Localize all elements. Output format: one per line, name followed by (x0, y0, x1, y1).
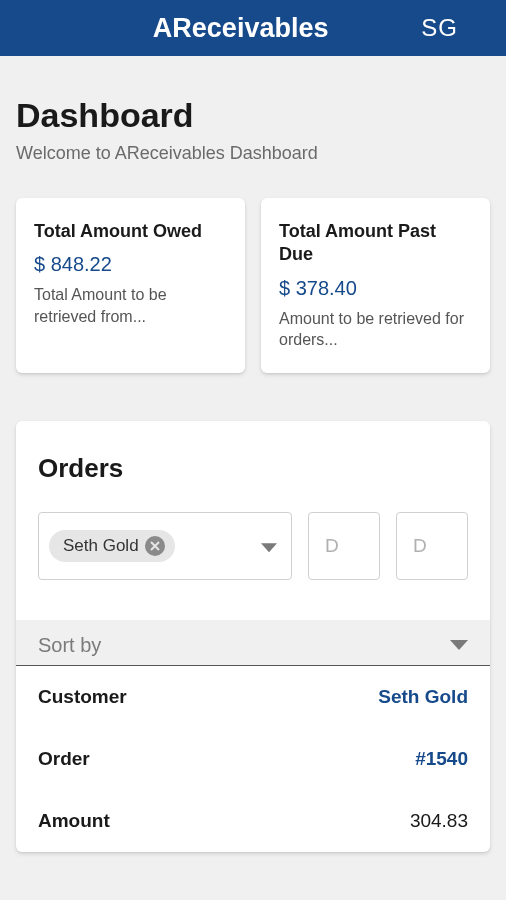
chip-label: Seth Gold (63, 536, 139, 556)
card-total-owed[interactable]: Total Amount Owed $ 848.22 Total Amount … (16, 198, 245, 373)
orders-title: Orders (38, 453, 468, 484)
detail-row-customer: Customer Seth Gold (38, 666, 468, 728)
detail-label: Amount (38, 810, 110, 832)
app-header: AReceivables SG (0, 0, 506, 56)
detail-value-customer[interactable]: Seth Gold (378, 686, 468, 708)
filters-row: Seth Gold D D (38, 512, 468, 580)
card-past-due[interactable]: Total Amount Past Due $ 378.40 Amount to… (261, 198, 490, 373)
date-from-input[interactable]: D (308, 512, 380, 580)
chevron-down-icon (450, 640, 468, 650)
card-desc: Amount to be retrieved for orders... (279, 308, 472, 351)
sort-label: Sort by (38, 634, 101, 657)
date-placeholder: D (413, 535, 427, 557)
avatar[interactable]: SG (421, 14, 458, 42)
detail-value-order[interactable]: #1540 (415, 748, 468, 770)
app-title: AReceivables (0, 13, 421, 44)
orders-panel: Orders Seth Gold D D Sort by (16, 421, 490, 852)
date-placeholder: D (325, 535, 339, 557)
date-to-input[interactable]: D (396, 512, 468, 580)
detail-row-order: Order #1540 (38, 728, 468, 790)
page-title: Dashboard (16, 96, 490, 135)
close-icon[interactable] (145, 536, 165, 556)
chevron-down-icon (261, 543, 277, 552)
page-subtitle: Welcome to AReceivables Dashboard (16, 143, 490, 164)
customer-filter-select[interactable]: Seth Gold (38, 512, 292, 580)
filter-chip: Seth Gold (49, 530, 175, 562)
detail-value-amount: 304.83 (410, 810, 468, 832)
stat-cards-row: Total Amount Owed $ 848.22 Total Amount … (16, 198, 490, 373)
card-value: $ 378.40 (279, 277, 472, 300)
card-title: Total Amount Owed (34, 220, 227, 243)
detail-label: Customer (38, 686, 127, 708)
detail-row-amount: Amount 304.83 (38, 790, 468, 852)
sort-by-select[interactable]: Sort by (16, 620, 490, 666)
detail-label: Order (38, 748, 90, 770)
card-value: $ 848.22 (34, 253, 227, 276)
card-title: Total Amount Past Due (279, 220, 472, 267)
card-desc: Total Amount to be retrieved from... (34, 284, 227, 327)
